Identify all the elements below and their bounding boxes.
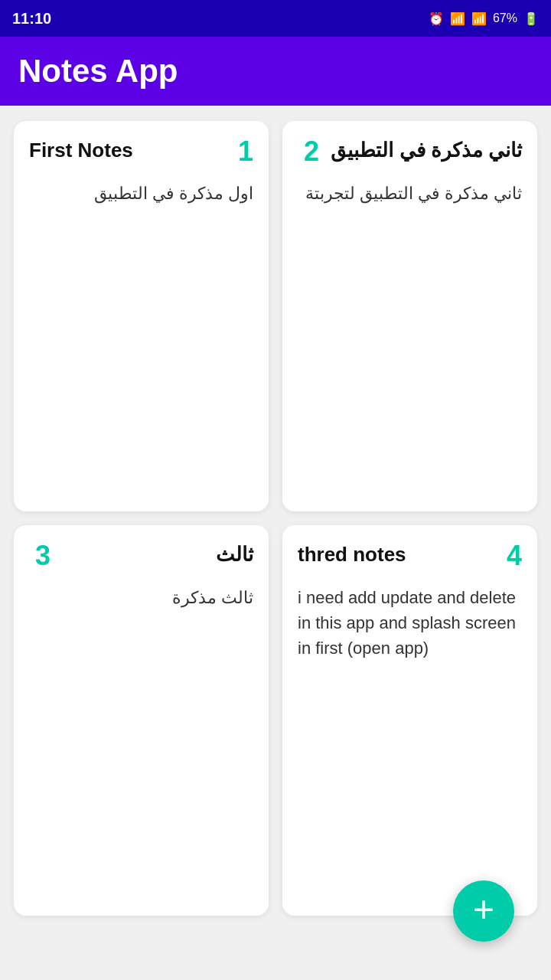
note-body-1: اول مذكرة في التطبيق: [29, 181, 253, 206]
note-card-4[interactable]: thred notes4i need add update and delete…: [282, 525, 537, 916]
note-body-3: ثالث مذكرة: [29, 585, 253, 610]
note-card-1[interactable]: First Notes1اول مذكرة في التطبيق: [14, 121, 269, 511]
note-title-3: ثالث: [216, 542, 253, 568]
battery-icon: 🔋: [523, 11, 539, 26]
note-title-2: ثاني مذكرة في التطبيق: [331, 138, 522, 164]
status-icons: ⏰ 📶 📶 67% 🔋: [429, 11, 539, 26]
notes-grid: First Notes1اول مذكرة في التطبيق2ثاني مذ…: [0, 106, 551, 931]
signal-icon: 📶: [471, 11, 487, 26]
app-title: Notes App: [18, 53, 178, 90]
note-header-1: First Notes1: [29, 138, 253, 165]
wifi-icon: 📶: [450, 11, 465, 26]
note-header-4: thred notes4: [298, 542, 522, 570]
note-card-2[interactable]: 2ثاني مذكرة في التطبيقثاني مذكرة في التط…: [282, 121, 537, 511]
note-number-3: 3: [35, 542, 51, 570]
note-body-4: i need add update and delete in this app…: [298, 585, 522, 661]
status-time: 11:10: [12, 10, 51, 28]
status-bar: 11:10 ⏰ 📶 📶 67% 🔋: [0, 0, 551, 37]
battery-level: 67%: [493, 11, 517, 25]
alarm-icon: ⏰: [429, 11, 444, 26]
note-number-2: 2: [304, 138, 319, 165]
add-note-fab[interactable]: +: [453, 880, 514, 942]
note-card-3[interactable]: 3ثالثثالث مذكرة: [14, 525, 269, 916]
note-number-1: 1: [238, 138, 253, 165]
note-body-2: ثاني مذكرة في التطبيق لتجربتة: [298, 181, 522, 206]
note-title-4: thred notes: [298, 542, 406, 568]
note-title-1: First Notes: [29, 138, 133, 164]
note-number-4: 4: [507, 542, 522, 570]
note-header-3: 3ثالث: [29, 542, 253, 570]
app-bar: Notes App: [0, 37, 551, 106]
note-header-2: 2ثاني مذكرة في التطبيق: [298, 138, 522, 165]
add-icon: +: [473, 891, 494, 928]
